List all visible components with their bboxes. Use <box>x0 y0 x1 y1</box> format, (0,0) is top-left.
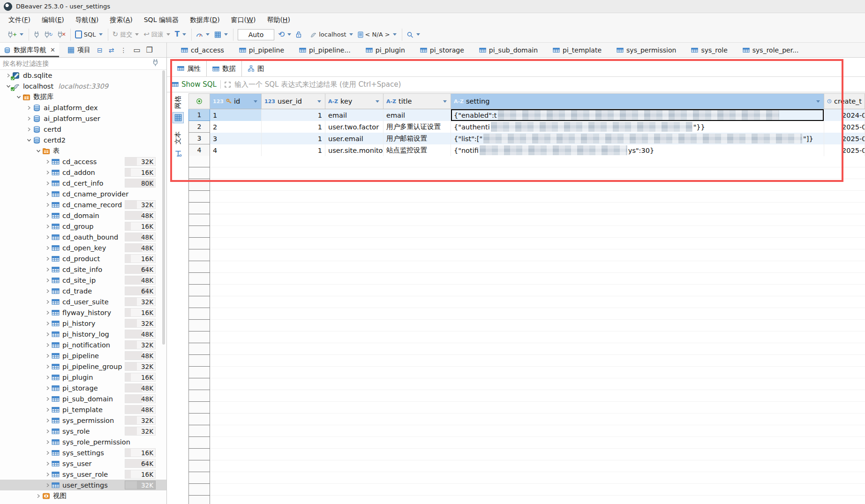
commit-mode-combo[interactable]: Auto <box>238 29 274 40</box>
tree-expand-icon[interactable] <box>44 213 52 218</box>
tree-item-cd_oauth_bound[interactable]: cd_oauth_bound48K <box>0 232 167 242</box>
tree-item-cd_product[interactable]: cd_product16K <box>0 253 167 264</box>
tree-item-ai_platform_user[interactable]: ai_platform_user <box>0 113 167 124</box>
tree-expand-icon[interactable] <box>25 105 33 110</box>
tree-expand-icon[interactable] <box>44 224 52 229</box>
schema-selector[interactable]: < N/A > <box>356 30 399 39</box>
tree-item-sys_permission[interactable]: sys_permission32K <box>0 415 167 426</box>
editor-tab-pi_template[interactable]: pi_template <box>545 43 609 57</box>
tree-item-pi_storage[interactable]: pi_storage48K <box>0 383 167 393</box>
chevron-down-icon[interactable] <box>349 33 353 36</box>
grid-cell-create-time[interactable]: 2025-05- <box>824 133 865 144</box>
chevron-down-icon[interactable] <box>20 33 23 36</box>
tree-item-pi_pipeline[interactable]: pi_pipeline48K <box>0 350 167 361</box>
tree-expand-icon[interactable] <box>44 300 52 304</box>
tree-item-sys_settings[interactable]: sys_settings16K <box>0 447 167 458</box>
tree-expand-icon[interactable] <box>44 256 52 261</box>
grid-cell[interactable]: 1 <box>262 133 325 144</box>
tree-item-cd_cname_provider[interactable]: cd_cname_provider <box>0 188 167 199</box>
menu-item-W[interactable]: 窗口(W) <box>226 14 262 26</box>
tree-expand-icon[interactable] <box>44 483 52 488</box>
tree-item-pi_pipeline_group[interactable]: pi_pipeline_group32K <box>0 361 167 372</box>
editor-tab-sys_permission[interactable]: sys_permission <box>609 43 684 57</box>
chevron-down-icon[interactable] <box>224 33 228 36</box>
tree-item-certd[interactable]: certd <box>0 124 167 135</box>
tree-expand-icon[interactable] <box>25 127 33 132</box>
tree-item-pi_template[interactable]: pi_template48K <box>0 404 167 415</box>
result-tab-图[interactable]: 图 <box>242 60 270 76</box>
tree-expand-icon[interactable] <box>44 451 52 455</box>
row-header[interactable]: 2 <box>188 121 210 133</box>
tree-expand-icon[interactable] <box>44 429 52 434</box>
editor-tab-pi_plugin[interactable]: pi_plugin <box>358 43 413 57</box>
grid-cell[interactable]: user.email <box>325 133 384 144</box>
tree-expand-icon[interactable] <box>44 407 52 412</box>
chevron-down-icon[interactable] <box>287 33 291 36</box>
tree-item-db.sqlite[interactable]: db.sqlite <box>0 70 167 81</box>
grid-cell[interactable]: 1 <box>262 121 325 133</box>
tree-item-cd_user_suite[interactable]: cd_user_suite32K <box>0 296 167 307</box>
lock-button[interactable] <box>294 30 303 39</box>
connection-selector[interactable]: localhost <box>308 30 355 39</box>
filter-dropdown-icon[interactable] <box>317 100 321 103</box>
tree-item-ai_platform_dex[interactable]: ai_platform_dex <box>0 102 167 113</box>
chevron-down-icon[interactable] <box>135 33 139 36</box>
tree-item-cd_open_key[interactable]: cd_open_key48K <box>0 242 167 253</box>
grid-cell[interactable]: 1 <box>262 144 325 156</box>
tree-item-表[interactable]: 表 <box>0 145 167 156</box>
menu-item-A[interactable]: 搜索(A) <box>104 14 138 26</box>
tree-expand-icon[interactable] <box>44 289 52 293</box>
tree-item-cd_cert_info[interactable]: cd_cert_info80K <box>0 178 167 188</box>
grid-cell[interactable]: user.two.factor <box>325 121 384 133</box>
grid-cell-create-time[interactable]: 2025-04- <box>824 121 865 133</box>
transaction-log-button[interactable]: T <box>173 30 189 39</box>
tree-item-sys_user[interactable]: sys_user64K <box>0 458 167 469</box>
search-button[interactable] <box>405 30 423 39</box>
grid-cell-create-time[interactable]: 2025-06- <box>824 144 865 156</box>
reconnect-button[interactable]: ↻ <box>42 30 54 40</box>
refresh-button[interactable]: ⟲ <box>276 29 294 40</box>
grid-cell-setting[interactable]: {"authenti"}} <box>451 121 824 133</box>
editor-tab-pi_sub_domain[interactable]: pi_sub_domain <box>472 43 545 57</box>
filter-dropdown-icon[interactable] <box>376 100 379 103</box>
commit-button[interactable]: ↻提交 <box>111 29 142 40</box>
tree-item-cd_site_ip[interactable]: cd_site_ip48K <box>0 275 167 286</box>
grid-cell[interactable]: 3 <box>210 133 262 144</box>
tree-expand-icon[interactable] <box>44 181 52 186</box>
tree-expand-icon[interactable] <box>44 203 52 207</box>
editor-tab-pi_pipeline[interactable]: pi_pipeline... <box>292 43 358 57</box>
tree-expand-icon[interactable] <box>44 159 52 164</box>
tree-item-partial[interactable] <box>0 501 167 504</box>
editor-tab-cd_access[interactable]: cd_access <box>173 43 232 57</box>
row-header[interactable]: 1 <box>188 109 210 121</box>
grid-cell[interactable]: 用户多重认证设置 <box>384 121 451 133</box>
tree-expand-icon[interactable] <box>44 386 52 391</box>
grid-cell[interactable]: user.site.monitor <box>325 144 384 156</box>
view-menu-icon[interactable]: ⋮ <box>120 46 127 54</box>
disconnect-button[interactable]: ✕ <box>55 30 68 40</box>
tree-item-cd_trade[interactable]: cd_trade64K <box>0 286 167 296</box>
tree-expand-icon[interactable] <box>35 494 42 498</box>
tree-expand-icon[interactable] <box>44 235 52 240</box>
tree-collapse-icon[interactable] <box>15 95 23 99</box>
filter-dropdown-icon[interactable] <box>443 100 447 103</box>
select-all-corner[interactable] <box>188 93 210 109</box>
result-tab-属性[interactable]: 属性 <box>172 60 206 76</box>
tree-expand-icon[interactable] <box>44 170 52 175</box>
tree-expand-icon[interactable] <box>44 418 52 423</box>
grid-cell[interactable]: 用户邮箱设置 <box>384 133 451 144</box>
tree-item-pi_history_log[interactable]: pi_history_log48K <box>0 329 167 339</box>
tree-expand-icon[interactable] <box>44 472 52 477</box>
filter-dropdown-icon[interactable] <box>816 100 820 103</box>
tab-database-navigator[interactable]: 数据库导航 ✕ <box>0 43 59 57</box>
tree-item-sys_role[interactable]: sys_role32K <box>0 426 167 436</box>
tree-item-cd_access[interactable]: cd_access32K <box>0 156 167 167</box>
quick-connect-icon[interactable] <box>152 59 159 68</box>
menu-item-F[interactable]: 文件(F) <box>3 14 36 26</box>
tree-item-certd2[interactable]: certd2 <box>0 135 167 145</box>
tree-expand-icon[interactable] <box>44 332 52 337</box>
grid-cell[interactable]: 1 <box>262 109 325 121</box>
tree-item-pi_notification[interactable]: pi_notification32K <box>0 339 167 350</box>
grid-cell[interactable]: email <box>384 109 451 121</box>
tree-item-localhost[interactable]: localhostlocalhost:3309 <box>0 81 167 91</box>
